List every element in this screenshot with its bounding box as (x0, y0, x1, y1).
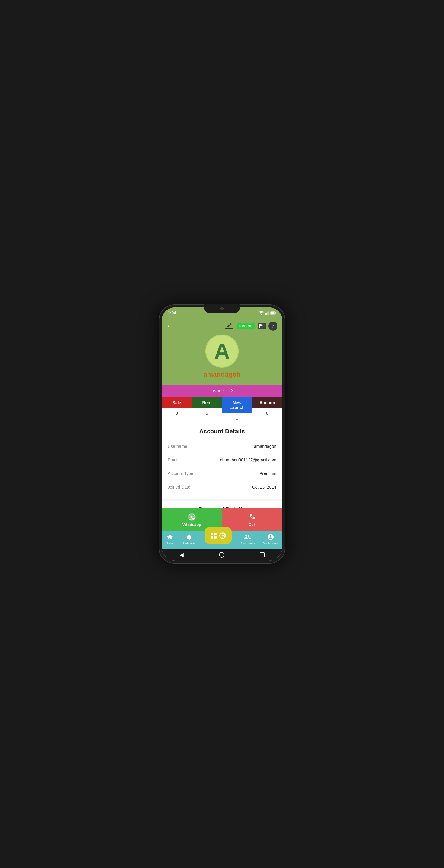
svg-rect-1 (265, 313, 266, 315)
email-row: Email chuanhau881127@gmail.com (168, 453, 276, 467)
sale-label: Sale (162, 397, 192, 408)
flag-icon[interactable] (258, 323, 266, 330)
rent-tab[interactable]: Rent 5 (192, 397, 222, 423)
svg-rect-3 (267, 312, 268, 315)
call-button[interactable]: Call (222, 508, 282, 531)
flag-svg (259, 324, 265, 328)
camera (220, 307, 224, 310)
svg-rect-9 (259, 324, 260, 328)
call-icon (248, 513, 256, 521)
back-button[interactable]: ← (167, 322, 173, 330)
nav-my-account[interactable]: My Account (263, 533, 278, 545)
auction-tab[interactable]: Auction 0 (252, 397, 282, 423)
nav-home[interactable]: Home (166, 533, 174, 545)
new-launch-label: NewLaunch (222, 397, 252, 413)
username-row: Username amandagoh (168, 440, 276, 453)
nav-notification-label: Notification (182, 541, 196, 545)
profile-header: ← FRIEND (162, 317, 282, 384)
username-display: amandagoh (167, 371, 277, 378)
username-label: Username (168, 444, 187, 449)
joined-date-label: Joined Date (168, 485, 190, 490)
category-tabs: Sale 8 Rent 5 NewLaunch 0 Auction 0 (162, 397, 282, 423)
whatsapp-icon (188, 513, 196, 521)
svg-rect-2 (266, 313, 267, 315)
call-label: Call (248, 522, 256, 527)
community-icon (244, 533, 251, 541)
wifi-icon (259, 311, 264, 315)
personal-details-section: Personal Details Firstname AAA (162, 501, 282, 508)
android-back-button[interactable]: ◀ (179, 552, 184, 558)
svg-rect-7 (276, 312, 276, 313)
help-icon[interactable]: ? (268, 321, 277, 331)
joined-date-row: Joined Date Oct 23, 2014 (168, 480, 276, 494)
account-details-section: Account Details Username amandagoh Email… (162, 423, 282, 499)
nav-community[interactable]: Community (239, 533, 255, 545)
friend-badge: FRIEND (237, 323, 255, 329)
svg-rect-6 (271, 312, 275, 314)
auction-count: 0 (252, 408, 282, 418)
header-actions: FRIEND ? (224, 321, 277, 332)
svg-point-0 (261, 314, 262, 315)
avatar-letter: A (214, 339, 230, 364)
center-fab-container (205, 527, 232, 544)
account-circle-icon (267, 533, 274, 541)
block-user-icon (225, 321, 234, 331)
notch (204, 304, 240, 313)
grid-icon (210, 532, 217, 539)
status-icons (259, 311, 276, 315)
bell-icon (185, 533, 193, 541)
joined-date-value: Oct 23, 2014 (252, 485, 276, 490)
header-top-row: ← FRIEND (167, 321, 277, 332)
new-launch-tab[interactable]: NewLaunch 0 (222, 397, 252, 423)
account-type-value: Premium (259, 471, 276, 476)
whatsapp-label: Whatsapp (182, 522, 201, 527)
bottom-nav: Home Notification (162, 531, 282, 549)
block-icon[interactable] (224, 321, 235, 332)
rent-label: Rent (192, 397, 222, 408)
account-type-label: Account Type (168, 471, 194, 476)
personal-details-title: Personal Details (168, 506, 276, 508)
sale-count: 8 (162, 408, 192, 418)
android-recents-button[interactable] (260, 553, 265, 557)
email-value: chuanhau881127@gmail.com (220, 458, 276, 462)
nav-center-fab[interactable] (205, 534, 232, 544)
android-home-button[interactable] (219, 552, 225, 558)
username-value: amandagoh (254, 444, 276, 449)
svg-rect-4 (268, 311, 269, 315)
nav-home-label: Home (166, 541, 174, 545)
account-type-row: Account Type Premium (168, 467, 276, 480)
dollar-icon (219, 532, 227, 539)
nav-community-label: Community (239, 541, 255, 545)
email-label: Email (168, 458, 178, 462)
sale-tab[interactable]: Sale 8 (162, 397, 192, 423)
battery-icon (270, 311, 276, 315)
new-launch-count: 0 (222, 413, 252, 423)
auction-label: Auction (252, 397, 282, 408)
status-time: 1:04 (168, 310, 176, 315)
avatar: A (205, 335, 239, 368)
nav-my-account-label: My Account (263, 541, 278, 545)
signal-icon (265, 311, 269, 315)
nav-notification[interactable]: Notification (182, 533, 196, 545)
rent-count: 5 (192, 408, 222, 418)
scroll-content: Account Details Username amandagoh Email… (162, 423, 282, 508)
phone-frame: 1:04 (159, 304, 285, 564)
android-nav: ◀ (162, 549, 282, 561)
listing-bar: Listing : 13 (162, 384, 282, 397)
home-icon (166, 533, 173, 541)
avatar-container: A (167, 335, 277, 368)
account-details-title: Account Details (168, 428, 276, 435)
phone-screen: 1:04 (162, 307, 282, 561)
